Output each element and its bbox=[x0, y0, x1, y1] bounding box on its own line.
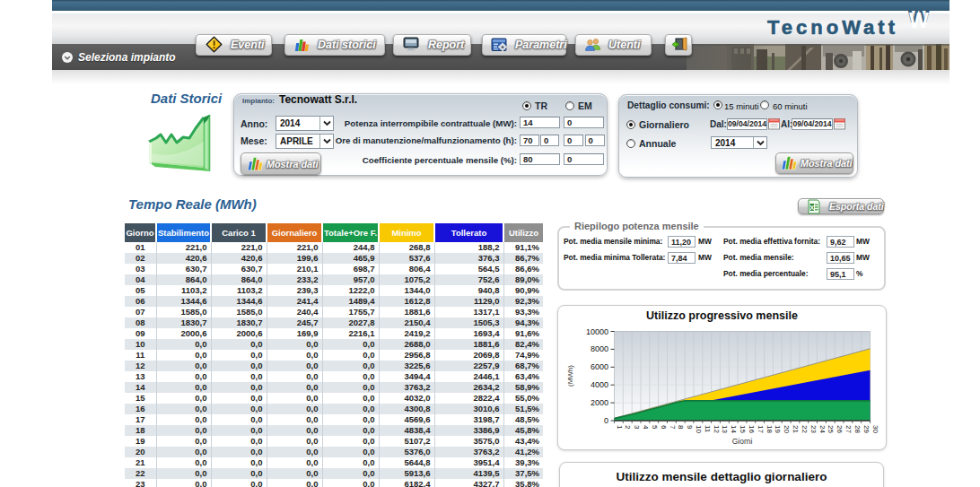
svg-text:3: 3 bbox=[633, 425, 641, 430]
svg-text:30: 30 bbox=[871, 425, 879, 433]
svg-text:1: 1 bbox=[616, 425, 624, 430]
svg-text:8: 8 bbox=[677, 425, 685, 430]
svg-text:5: 5 bbox=[651, 425, 659, 430]
svg-text:15: 15 bbox=[739, 425, 747, 433]
svg-text:4000: 4000 bbox=[591, 380, 608, 389]
svg-text:2: 2 bbox=[624, 425, 632, 430]
svg-text:7: 7 bbox=[669, 425, 677, 430]
svg-text:18: 18 bbox=[766, 425, 774, 433]
svg-text:22: 22 bbox=[801, 425, 809, 433]
svg-text:23: 23 bbox=[809, 425, 818, 433]
svg-text:24: 24 bbox=[818, 425, 827, 433]
svg-text:21: 21 bbox=[792, 425, 800, 433]
svg-text:29: 29 bbox=[862, 425, 871, 433]
svg-text:(MWh): (MWh) bbox=[566, 365, 574, 387]
svg-text:9: 9 bbox=[686, 425, 694, 430]
svg-text:19: 19 bbox=[774, 425, 782, 433]
svg-text:13: 13 bbox=[721, 425, 729, 433]
svg-text:17: 17 bbox=[757, 425, 765, 433]
svg-text:0: 0 bbox=[604, 416, 608, 425]
svg-text:14: 14 bbox=[730, 425, 738, 433]
svg-text:X: X bbox=[809, 203, 814, 211]
svg-text:25: 25 bbox=[827, 425, 835, 433]
svg-text:6: 6 bbox=[660, 425, 668, 430]
svg-text:10: 10 bbox=[695, 425, 703, 433]
svg-text:12: 12 bbox=[713, 425, 721, 433]
svg-text:16: 16 bbox=[748, 425, 756, 433]
svg-text:28: 28 bbox=[853, 425, 862, 433]
svg-text:Giorni: Giorni bbox=[732, 437, 753, 446]
svg-text:11: 11 bbox=[704, 425, 712, 433]
svg-text:20: 20 bbox=[783, 425, 791, 433]
svg-text:6000: 6000 bbox=[591, 362, 608, 371]
svg-text:8000: 8000 bbox=[591, 344, 608, 353]
svg-text:2000: 2000 bbox=[591, 398, 608, 407]
svg-text:26: 26 bbox=[836, 425, 844, 433]
svg-text:4: 4 bbox=[642, 425, 650, 430]
svg-text:27: 27 bbox=[844, 425, 853, 433]
svg-text:10000: 10000 bbox=[586, 327, 608, 336]
